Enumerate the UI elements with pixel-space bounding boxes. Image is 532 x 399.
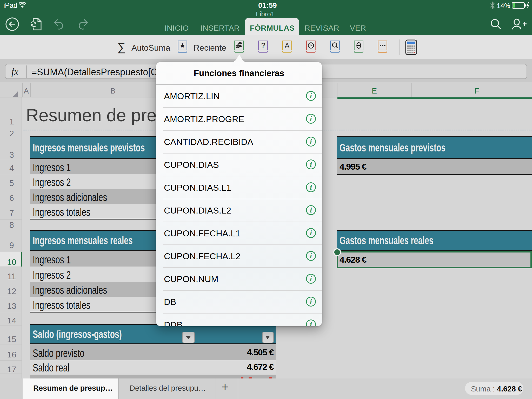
svg-text:A: A <box>285 42 290 50</box>
svg-text:?: ? <box>261 41 265 50</box>
svg-text:★: ★ <box>179 42 185 49</box>
